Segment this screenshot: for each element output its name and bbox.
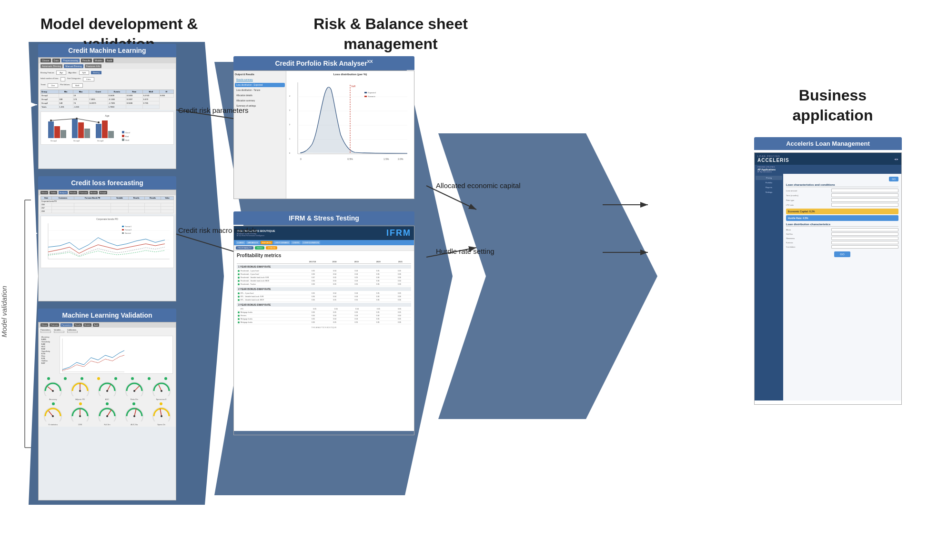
svg-point-75 bbox=[106, 415, 108, 417]
svg-text:Age: Age bbox=[105, 114, 110, 117]
card-cml: Glosse Data Preprocessing Results Models… bbox=[38, 57, 176, 169]
svg-text:1: 1 bbox=[289, 138, 291, 140]
svg-rect-18 bbox=[54, 126, 60, 138]
label-credit-risk-macro: Credit risk macro models bbox=[178, 226, 257, 235]
svg-text:Group2: Group2 bbox=[73, 140, 80, 142]
svg-point-72 bbox=[79, 415, 81, 417]
svg-text:Corporate bonds PD: Corporate bonds PD bbox=[96, 218, 118, 220]
svg-text:0: 0 bbox=[300, 158, 302, 160]
svg-rect-32 bbox=[122, 131, 124, 133]
svg-rect-23 bbox=[96, 124, 101, 138]
svg-text:Expected: Expected bbox=[368, 91, 376, 94]
card-clf: Glosse Tables Analysis Results Forecast … bbox=[38, 190, 176, 301]
svg-rect-20 bbox=[72, 119, 78, 138]
svg-rect-17 bbox=[48, 121, 54, 138]
svg-text:Bad: Bad bbox=[125, 135, 129, 138]
svg-rect-22 bbox=[84, 129, 90, 138]
svg-text:Group1: Group1 bbox=[50, 140, 57, 142]
svg-text:0: 0 bbox=[289, 152, 291, 154]
svg-line-53 bbox=[48, 387, 53, 391]
card-ifrm: THE ANALYTICS BOUTIQUE Analytics made fr… bbox=[233, 226, 414, 435]
card-header-clf: Credit loss forecasting bbox=[38, 176, 176, 190]
card-mlv: Glosse Features Parameters Results Model… bbox=[38, 322, 176, 500]
svg-point-81 bbox=[161, 415, 162, 417]
svg-text:Forecast 1: Forecast 1 bbox=[125, 226, 132, 228]
label-hurdle-rate: Hurdle rate setting bbox=[436, 247, 494, 256]
svg-line-59 bbox=[107, 385, 111, 391]
svg-point-54 bbox=[52, 390, 54, 392]
card-header-mlv: Machine Learning Validation bbox=[38, 309, 176, 322]
svg-point-69 bbox=[52, 415, 54, 417]
svg-rect-46 bbox=[122, 229, 124, 230]
svg-point-63 bbox=[133, 390, 135, 392]
svg-text:Historical: Historical bbox=[125, 232, 131, 234]
svg-rect-25 bbox=[108, 131, 114, 138]
svg-line-65 bbox=[159, 385, 161, 391]
label-credit-risk-params: Credit risk parameters bbox=[178, 106, 249, 115]
svg-line-77 bbox=[134, 409, 136, 416]
svg-rect-99 bbox=[364, 92, 367, 93]
svg-rect-48 bbox=[122, 232, 124, 234]
svg-text:Group3: Group3 bbox=[97, 140, 104, 142]
svg-point-64 bbox=[153, 382, 170, 396]
svg-rect-19 bbox=[61, 130, 66, 138]
svg-point-66 bbox=[161, 390, 162, 392]
label-allocated-capital: Allocated economic capital bbox=[436, 181, 521, 190]
model-validation-label: Model validation bbox=[0, 286, 8, 337]
svg-rect-36 bbox=[122, 139, 124, 141]
svg-text:4: 4 bbox=[289, 95, 291, 97]
svg-point-57 bbox=[79, 390, 81, 392]
card-header-alm: Acceleris Loan Management bbox=[754, 137, 902, 150]
svg-line-80 bbox=[160, 409, 161, 416]
svg-text:3: 3 bbox=[289, 109, 291, 111]
svg-line-68 bbox=[49, 411, 53, 416]
svg-rect-24 bbox=[102, 120, 108, 138]
svg-point-28 bbox=[98, 121, 100, 123]
svg-rect-101 bbox=[364, 96, 367, 97]
svg-text:Forecast 2: Forecast 2 bbox=[125, 229, 132, 231]
svg-point-60 bbox=[106, 390, 108, 392]
svg-text:Good: Good bbox=[125, 131, 130, 134]
svg-rect-44 bbox=[122, 226, 124, 227]
svg-point-27 bbox=[76, 118, 78, 120]
svg-text:VaR: VaR bbox=[351, 85, 356, 88]
svg-point-78 bbox=[133, 415, 135, 417]
svg-text:Scenario: Scenario bbox=[368, 95, 376, 98]
svg-point-52 bbox=[44, 382, 61, 396]
svg-text:0.5%: 0.5% bbox=[347, 158, 353, 160]
svg-text:1.5%: 1.5% bbox=[383, 158, 389, 160]
svg-point-73 bbox=[99, 408, 116, 421]
svg-text:WoE: WoE bbox=[125, 139, 130, 141]
svg-text:2.0%: 2.0% bbox=[398, 158, 403, 160]
svg-point-76 bbox=[126, 408, 143, 421]
svg-rect-34 bbox=[122, 135, 124, 137]
svg-text:2: 2 bbox=[289, 123, 291, 126]
svg-point-58 bbox=[99, 382, 116, 396]
heading-business-app: Business application bbox=[761, 86, 904, 125]
card-header-cml: Credit Machine Learning bbox=[38, 44, 176, 57]
svg-line-62 bbox=[134, 386, 140, 391]
svg-point-26 bbox=[50, 120, 52, 121]
svg-point-61 bbox=[126, 382, 143, 396]
svg-marker-5 bbox=[438, 133, 657, 419]
heading-risk-balance: Risk & Balance sheet management bbox=[276, 14, 505, 54]
card-header-cpra: Credit Porfolio Risk AnalyserXX bbox=[233, 56, 414, 70]
svg-point-67 bbox=[44, 408, 61, 421]
svg-rect-21 bbox=[78, 122, 84, 138]
svg-line-74 bbox=[107, 410, 111, 416]
card-header-ifrm: IFRM & Stress Testing bbox=[233, 211, 414, 225]
diagram-container: Model development & validation Risk & Ba… bbox=[0, 0, 928, 560]
card-cpra: Output & Results Results summary Loss di… bbox=[233, 70, 414, 199]
card-alm: LOAN PRICING ACCELERIS ◀ ▶ PRICING UTILI… bbox=[754, 152, 902, 405]
